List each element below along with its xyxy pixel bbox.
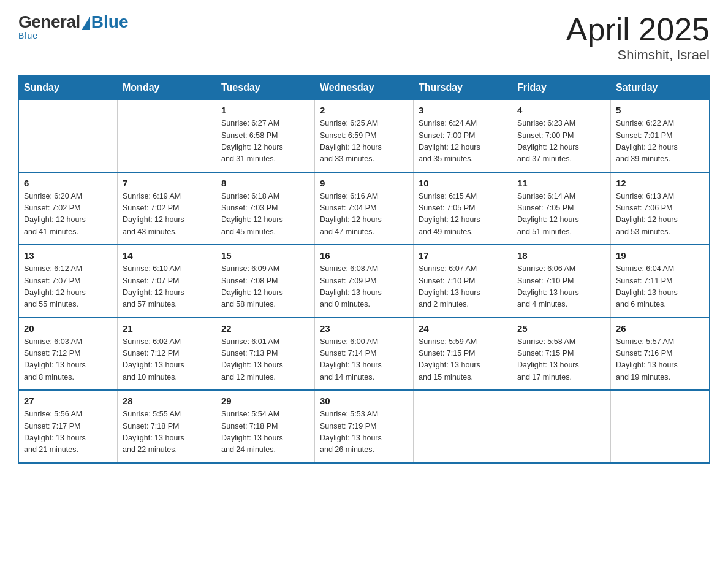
weekday-header-row: SundayMondayTuesdayWednesdayThursdayFrid… [19, 76, 710, 100]
logo-blue-text: Blue [91, 12, 129, 32]
weekday-header-wednesday: Wednesday [315, 76, 414, 100]
day-number: 18 [517, 250, 605, 261]
weekday-header-friday: Friday [512, 76, 611, 100]
calendar-cell: 22Sunrise: 6:01 AMSunset: 7:13 PMDayligh… [216, 318, 315, 391]
day-number: 2 [320, 105, 408, 115]
day-number: 28 [123, 396, 211, 406]
calendar-cell: 13Sunrise: 6:12 AMSunset: 7:07 PMDayligh… [19, 245, 118, 318]
weekday-header-thursday: Thursday [414, 76, 512, 100]
calendar-cell: 20Sunrise: 6:03 AMSunset: 7:12 PMDayligh… [19, 318, 118, 391]
calendar-cell: 25Sunrise: 5:58 AMSunset: 7:15 PMDayligh… [512, 318, 611, 391]
day-number: 14 [123, 250, 211, 261]
day-info: Sunrise: 6:15 AMSunset: 7:05 PMDaylight:… [419, 191, 507, 239]
calendar-cell: 16Sunrise: 6:08 AMSunset: 7:09 PMDayligh… [315, 245, 414, 318]
calendar-title-block: April 2025 Shimshit, Israel [566, 12, 710, 63]
day-number: 25 [517, 323, 605, 334]
day-info: Sunrise: 6:02 AMSunset: 7:12 PMDaylight:… [123, 336, 211, 384]
day-number: 29 [221, 396, 309, 406]
day-info: Sunrise: 6:01 AMSunset: 7:13 PMDaylight:… [221, 336, 309, 384]
day-info: Sunrise: 6:24 AMSunset: 7:00 PMDaylight:… [419, 118, 507, 166]
day-info: Sunrise: 6:20 AMSunset: 7:02 PMDaylight:… [24, 191, 112, 239]
calendar-cell: 17Sunrise: 6:07 AMSunset: 7:10 PMDayligh… [414, 245, 512, 318]
day-info: Sunrise: 6:10 AMSunset: 7:07 PMDaylight:… [123, 263, 211, 311]
day-info: Sunrise: 6:18 AMSunset: 7:03 PMDaylight:… [221, 191, 309, 239]
day-info: Sunrise: 6:07 AMSunset: 7:10 PMDaylight:… [419, 263, 507, 311]
day-number: 13 [24, 250, 112, 261]
day-number: 5 [616, 105, 704, 115]
calendar-cell: 24Sunrise: 5:59 AMSunset: 7:15 PMDayligh… [414, 318, 512, 391]
calendar-cell: 2Sunrise: 6:25 AMSunset: 6:59 PMDaylight… [315, 100, 414, 172]
day-number: 24 [419, 323, 507, 334]
calendar-title: April 2025 [566, 12, 710, 47]
day-number: 7 [123, 178, 211, 188]
day-info: Sunrise: 6:09 AMSunset: 7:08 PMDaylight:… [221, 263, 309, 311]
calendar-cell: 27Sunrise: 5:56 AMSunset: 7:17 PMDayligh… [19, 390, 118, 463]
day-info: Sunrise: 5:54 AMSunset: 7:18 PMDaylight:… [221, 408, 309, 456]
logo-underline-text: Blue [18, 31, 38, 40]
calendar-cell: 4Sunrise: 6:23 AMSunset: 7:00 PMDaylight… [512, 100, 611, 172]
calendar-cell: 19Sunrise: 6:04 AMSunset: 7:11 PMDayligh… [611, 245, 710, 318]
day-number: 10 [419, 178, 507, 188]
week-row-4: 27Sunrise: 5:56 AMSunset: 7:17 PMDayligh… [19, 390, 710, 463]
week-row-3: 20Sunrise: 6:03 AMSunset: 7:12 PMDayligh… [19, 318, 710, 391]
day-number: 1 [221, 105, 309, 115]
day-info: Sunrise: 6:25 AMSunset: 6:59 PMDaylight:… [320, 118, 408, 166]
page-header: General Blue Blue April 2025 Shimshit, I… [18, 12, 710, 63]
day-number: 21 [123, 323, 211, 334]
day-number: 3 [419, 105, 507, 115]
calendar-cell: 26Sunrise: 5:57 AMSunset: 7:16 PMDayligh… [611, 318, 710, 391]
day-number: 6 [24, 178, 112, 188]
day-number: 9 [320, 178, 408, 188]
calendar-body: 1Sunrise: 6:27 AMSunset: 6:58 PMDaylight… [19, 100, 710, 463]
day-number: 19 [616, 250, 704, 261]
day-info: Sunrise: 6:22 AMSunset: 7:01 PMDaylight:… [616, 118, 704, 166]
calendar-cell [118, 100, 216, 172]
day-info: Sunrise: 6:08 AMSunset: 7:09 PMDaylight:… [320, 263, 408, 311]
day-number: 27 [24, 396, 112, 406]
day-info: Sunrise: 6:06 AMSunset: 7:10 PMDaylight:… [517, 263, 605, 311]
day-info: Sunrise: 5:59 AMSunset: 7:15 PMDaylight:… [419, 336, 507, 384]
calendar-cell: 10Sunrise: 6:15 AMSunset: 7:05 PMDayligh… [414, 172, 512, 245]
calendar-cell: 30Sunrise: 5:53 AMSunset: 7:19 PMDayligh… [315, 390, 414, 463]
calendar-cell: 8Sunrise: 6:18 AMSunset: 7:03 PMDaylight… [216, 172, 315, 245]
calendar-cell: 21Sunrise: 6:02 AMSunset: 7:12 PMDayligh… [118, 318, 216, 391]
day-info: Sunrise: 6:00 AMSunset: 7:14 PMDaylight:… [320, 336, 408, 384]
week-row-1: 6Sunrise: 6:20 AMSunset: 7:02 PMDaylight… [19, 172, 710, 245]
day-info: Sunrise: 5:57 AMSunset: 7:16 PMDaylight:… [616, 336, 704, 384]
day-info: Sunrise: 5:56 AMSunset: 7:17 PMDaylight:… [24, 408, 112, 456]
calendar-cell [512, 390, 611, 463]
calendar-cell: 18Sunrise: 6:06 AMSunset: 7:10 PMDayligh… [512, 245, 611, 318]
calendar-cell: 29Sunrise: 5:54 AMSunset: 7:18 PMDayligh… [216, 390, 315, 463]
day-number: 12 [616, 178, 704, 188]
day-number: 20 [24, 323, 112, 334]
calendar-cell: 9Sunrise: 6:16 AMSunset: 7:04 PMDaylight… [315, 172, 414, 245]
calendar-cell: 15Sunrise: 6:09 AMSunset: 7:08 PMDayligh… [216, 245, 315, 318]
day-number: 23 [320, 323, 408, 334]
day-number: 16 [320, 250, 408, 261]
calendar-subtitle: Shimshit, Israel [566, 47, 710, 63]
day-number: 15 [221, 250, 309, 261]
calendar-cell: 5Sunrise: 6:22 AMSunset: 7:01 PMDaylight… [611, 100, 710, 172]
day-number: 30 [320, 396, 408, 406]
calendar-cell [414, 390, 512, 463]
day-info: Sunrise: 5:55 AMSunset: 7:18 PMDaylight:… [123, 408, 211, 456]
day-info: Sunrise: 6:19 AMSunset: 7:02 PMDaylight:… [123, 191, 211, 239]
calendar-cell: 23Sunrise: 6:00 AMSunset: 7:14 PMDayligh… [315, 318, 414, 391]
day-number: 11 [517, 178, 605, 188]
day-number: 22 [221, 323, 309, 334]
calendar-cell: 1Sunrise: 6:27 AMSunset: 6:58 PMDaylight… [216, 100, 315, 172]
day-info: Sunrise: 6:04 AMSunset: 7:11 PMDaylight:… [616, 263, 704, 311]
weekday-header-sunday: Sunday [19, 76, 118, 100]
logo-triangle-icon [82, 17, 90, 30]
week-row-0: 1Sunrise: 6:27 AMSunset: 6:58 PMDaylight… [19, 100, 710, 172]
day-info: Sunrise: 6:16 AMSunset: 7:04 PMDaylight:… [320, 191, 408, 239]
logo-general-text: General [18, 12, 80, 32]
day-info: Sunrise: 6:12 AMSunset: 7:07 PMDaylight:… [24, 263, 112, 311]
day-number: 4 [517, 105, 605, 115]
calendar-cell: 6Sunrise: 6:20 AMSunset: 7:02 PMDaylight… [19, 172, 118, 245]
day-info: Sunrise: 5:53 AMSunset: 7:19 PMDaylight:… [320, 408, 408, 456]
weekday-header-saturday: Saturday [611, 76, 710, 100]
logo: General Blue Blue [18, 12, 128, 40]
calendar-cell: 3Sunrise: 6:24 AMSunset: 7:00 PMDaylight… [414, 100, 512, 172]
calendar-cell [611, 390, 710, 463]
